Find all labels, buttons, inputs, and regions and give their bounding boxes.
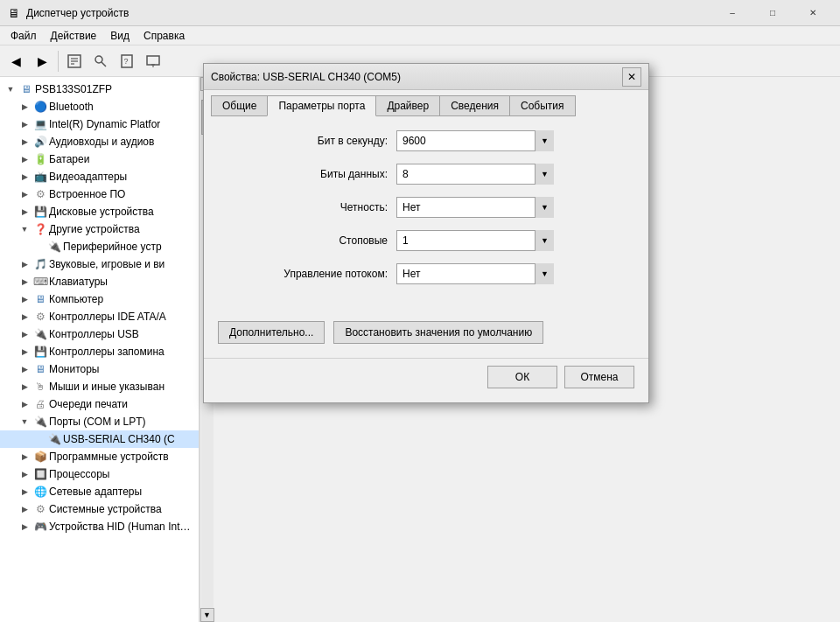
mice-toggle: ▶	[18, 380, 32, 394]
toolbar-search[interactable]	[88, 49, 113, 73]
monitors-label: Мониторы	[49, 363, 99, 375]
prog-icon: 📦	[33, 450, 47, 464]
sidebar-item-intel[interactable]: ▶ 💻 Intel(R) Dynamic Platfor	[0, 115, 199, 133]
sidebar-item-mice[interactable]: ▶ 🖱 Мыши и иные указыван	[0, 378, 199, 395]
computer-toggle: ▶	[18, 292, 32, 306]
dialog-buttons-area: Дополнительно... Восстановить значения п…	[204, 311, 648, 358]
sidebar-item-usb-ctrl[interactable]: ▶ 🔌 Контроллеры USB	[0, 325, 199, 343]
intel-icon: 💻	[33, 117, 47, 131]
menu-action[interactable]: Действие	[44, 28, 104, 44]
sidebar-item-network[interactable]: ▶ 🌐 Сетевые адаптеры	[0, 483, 199, 500]
print-icon: 🖨	[33, 397, 47, 411]
dialog-footer: ОК Отмена	[204, 358, 648, 402]
network-icon: 🌐	[33, 485, 47, 499]
sidebar-item-processors[interactable]: ▶ 🔲 Процессоры	[0, 465, 199, 483]
sidebar-item-audio[interactable]: ▶ 🔊 Аудиовходы и аудиов	[0, 133, 199, 150]
mice-icon: 🖱	[33, 380, 47, 394]
flow-select[interactable]: Нет Аппаратное	[396, 263, 554, 284]
tree-root[interactable]: ▼ 🖥 PSB133S01ZFP	[0, 80, 199, 98]
mice-label: Мыши и иные указыван	[49, 381, 164, 393]
sidebar-item-other[interactable]: ▼ ❓ Другие устройства	[0, 220, 199, 238]
tab-general[interactable]: Общие	[211, 95, 268, 116]
sound-icon: 🎵	[33, 257, 47, 271]
audio-icon: 🔊	[33, 135, 47, 149]
maximize-button[interactable]: □	[752, 0, 793, 26]
disk-toggle: ▶	[18, 205, 32, 219]
toolbar-forward[interactable]: ▶	[30, 49, 54, 73]
sidebar-item-sound[interactable]: ▶ 🎵 Звуковые, игровые и ви	[0, 255, 199, 273]
form-group-bps: Бит в секунду: 9600 115200 57600 ▼	[221, 130, 631, 151]
processors-label: Процессоры	[49, 468, 110, 480]
keyboards-icon: ⌨	[33, 275, 47, 289]
print-label: Очереди печати	[49, 398, 128, 410]
ports-toggle: ▼	[18, 415, 32, 429]
tab-driver[interactable]: Драйвер	[375, 95, 440, 116]
tab-details[interactable]: Сведения	[439, 95, 510, 116]
stopbits-select[interactable]: 1 2	[396, 230, 554, 251]
sidebar-item-ports[interactable]: ▼ 🔌 Порты (COM и LPT)	[0, 413, 199, 430]
parity-select[interactable]: Нет Чётное	[396, 197, 554, 218]
sidebar-item-system[interactable]: ▶ ⚙ Системные устройства	[0, 500, 199, 518]
sidebar-item-prog[interactable]: ▶ 📦 Программные устройств	[0, 448, 199, 465]
flow-label: Управление потоком:	[221, 268, 396, 280]
hid-label: Устройства HID (Human Interface Devices)	[49, 521, 195, 533]
prog-toggle: ▶	[18, 450, 32, 464]
sidebar-item-video[interactable]: ▶ 📺 Видеоадаптеры	[0, 168, 199, 185]
bluetooth-label: Bluetooth	[49, 101, 94, 113]
sound-toggle: ▶	[18, 257, 32, 271]
toolbar-help[interactable]: ?	[115, 49, 139, 73]
scroll-down[interactable]: ▼	[200, 608, 214, 622]
disk-icon: 💾	[33, 205, 47, 219]
system-icon: ⚙	[33, 502, 47, 516]
sidebar-item-keyboards[interactable]: ▶ ⌨ Клавиатуры	[0, 273, 199, 290]
defaults-button[interactable]: Восстановить значения по умолчанию	[333, 321, 543, 344]
network-toggle: ▶	[18, 485, 32, 499]
sidebar-item-monitors[interactable]: ▶ 🖥 Мониторы	[0, 360, 199, 378]
bps-select-wrapper: 9600 115200 57600 ▼	[396, 130, 554, 151]
tab-events[interactable]: События	[509, 95, 576, 116]
root-label: PSB133S01ZFP	[35, 83, 112, 95]
ide-label: Контроллеры IDE ATA/A	[49, 311, 166, 323]
tabs-bar: Общие Параметры порта Драйвер Сведения С…	[204, 90, 648, 116]
databits-select-wrapper: 8 7 ▼	[396, 164, 554, 185]
sidebar-item-hid[interactable]: ▶ 🎮 Устройства HID (Human Interface Devi…	[0, 518, 199, 535]
cancel-button[interactable]: Отмена	[564, 366, 634, 388]
dialog-close-button[interactable]: ✕	[622, 67, 641, 87]
menu-file[interactable]: Файл	[4, 28, 44, 44]
toolbar-back[interactable]: ◀	[4, 49, 28, 73]
minimize-button[interactable]: –	[712, 0, 752, 26]
databits-select[interactable]: 8 7	[396, 164, 554, 185]
tab-port-settings[interactable]: Параметры порта	[267, 95, 376, 116]
sidebar-item-firmware[interactable]: ▶ ⚙ Встроенное ПО	[0, 185, 199, 203]
menu-help[interactable]: Справка	[136, 28, 192, 44]
sidebar-item-disk[interactable]: ▶ 💾 Дисковые устройства	[0, 203, 199, 220]
databits-label: Биты данных:	[221, 168, 396, 180]
sidebar-item-print[interactable]: ▶ 🖨 Очереди печати	[0, 395, 199, 413]
sidebar-item-computer[interactable]: ▶ 🖥 Компьютер	[0, 290, 199, 308]
hid-icon: 🎮	[33, 520, 47, 534]
form-group-stopbits: Стоповые 1 2 ▼	[221, 230, 631, 251]
prog-label: Программные устройств	[49, 451, 169, 463]
tree-panel: ▼ 🖥 PSB133S01ZFP ▶ 🔵 Bluetooth ▶ 💻 Intel…	[0, 77, 200, 622]
app-icon: 🖥	[7, 6, 21, 20]
sidebar-item-batteries[interactable]: ▶ 🔋 Батареи	[0, 150, 199, 168]
ok-button[interactable]: ОК	[487, 366, 557, 388]
close-button[interactable]: ✕	[793, 0, 833, 26]
sidebar-item-peripheral[interactable]: 🔌 Периферийное устр	[0, 238, 199, 255]
sidebar-item-bluetooth[interactable]: ▶ 🔵 Bluetooth	[0, 98, 199, 115]
sidebar-item-usb-serial[interactable]: 🔌 USB-SERIAL CH340 (C	[0, 430, 199, 448]
toolbar-properties[interactable]	[62, 49, 87, 73]
toolbar-device[interactable]	[141, 49, 165, 73]
keyboards-toggle: ▶	[18, 275, 32, 289]
video-icon: 📺	[33, 170, 47, 184]
advanced-button[interactable]: Дополнительно...	[218, 321, 325, 344]
storage-toggle: ▶	[18, 345, 32, 359]
sidebar-item-storage[interactable]: ▶ 💾 Контроллеры запомина	[0, 343, 199, 360]
menu-bar: Файл Действие Вид Справка	[0, 26, 840, 45]
print-toggle: ▶	[18, 397, 32, 411]
menu-view[interactable]: Вид	[103, 28, 136, 44]
sidebar-item-ide[interactable]: ▶ ⚙ Контроллеры IDE ATA/A	[0, 308, 199, 325]
ide-toggle: ▶	[18, 310, 32, 324]
hid-toggle: ▶	[18, 520, 32, 534]
bps-select[interactable]: 9600 115200 57600	[396, 130, 554, 151]
